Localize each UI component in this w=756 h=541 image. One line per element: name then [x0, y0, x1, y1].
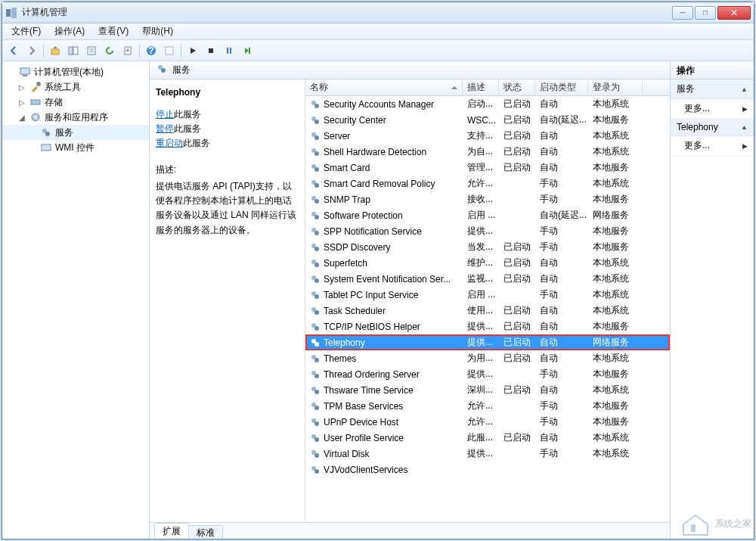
- service-row[interactable]: Telephony提供...已启动自动网络服务: [305, 334, 670, 350]
- cell-startup: 自动: [535, 272, 588, 285]
- services-title: 服务: [172, 64, 191, 76]
- properties-button[interactable]: [83, 42, 100, 59]
- svg-point-21: [34, 116, 37, 119]
- nav-tree[interactable]: 计算机管理(本地) ▷系统工具 ▷存储 ◢服务和应用程序 服务 WMI 控件: [2, 61, 150, 539]
- col-desc[interactable]: 描述: [463, 79, 499, 95]
- service-row[interactable]: VJVodClientServices: [305, 462, 670, 477]
- cell-startup: 手动: [535, 288, 588, 301]
- col-logon[interactable]: 登录为: [588, 79, 643, 95]
- up-button[interactable]: [47, 42, 64, 59]
- service-row[interactable]: SPP Notification Service提供...手动本地服务: [305, 223, 670, 239]
- cell-name: Shell Hardware Detection: [305, 147, 463, 157]
- toolbar-icon[interactable]: [161, 42, 178, 59]
- pause-link[interactable]: 暂停: [156, 123, 174, 134]
- service-row[interactable]: Software Protection启用 ...自动(延迟...网络服务: [305, 207, 670, 223]
- tab-extended[interactable]: 扩展: [154, 523, 189, 539]
- svg-rect-17: [23, 75, 27, 76]
- back-button[interactable]: [5, 42, 22, 59]
- svg-rect-19: [31, 100, 40, 104]
- titlebar[interactable]: 计算机管理 ─ □ ✕: [2, 2, 754, 23]
- show-hide-tree-button[interactable]: [65, 42, 82, 59]
- help-button[interactable]: ?: [143, 42, 160, 59]
- tree-system-tools[interactable]: ▷系统工具: [2, 79, 149, 95]
- service-row[interactable]: Smart Card Removal Policy允许...手动本地系统: [305, 176, 670, 191]
- menu-action[interactable]: 操作(A): [48, 23, 91, 39]
- toolbar: ?: [2, 40, 754, 61]
- service-row[interactable]: Thread Ordering Server提供...手动本地服务: [305, 366, 670, 382]
- service-row[interactable]: Security Accounts Manager启动...已启动自动本地系统: [305, 96, 670, 112]
- start-service-button[interactable]: [184, 42, 201, 59]
- cell-name: SNMP Trap: [305, 194, 463, 205]
- svg-point-54: [314, 310, 319, 315]
- service-row[interactable]: Thsware Time Service深圳...已启动自动本地系统: [305, 382, 670, 398]
- service-row[interactable]: Themes为用...已启动自动本地系统: [305, 350, 670, 366]
- tree-services[interactable]: 服务: [2, 125, 149, 140]
- stop-service-button[interactable]: [203, 42, 219, 59]
- menu-view[interactable]: 查看(V): [92, 23, 135, 39]
- export-button[interactable]: [119, 42, 136, 59]
- tree-storage[interactable]: ▷存储: [2, 95, 149, 110]
- service-row[interactable]: Server支持...已启动自动本地系统: [305, 128, 670, 144]
- cell-name: TCP/IP NetBIOS Helper: [305, 322, 463, 332]
- service-row[interactable]: TPM Base Services允许...手动本地服务: [305, 398, 670, 414]
- svg-rect-75: [691, 524, 696, 532]
- menu-file[interactable]: 文件(F): [5, 23, 47, 39]
- col-status[interactable]: 状态: [499, 79, 535, 95]
- tab-standard[interactable]: 标准: [188, 525, 223, 539]
- cell-name: Thread Ordering Server: [305, 369, 463, 380]
- column-headers[interactable]: 名称 描述 状态 启动类型 登录为: [305, 79, 670, 96]
- actions-more-1[interactable]: 更多...▶: [671, 99, 754, 119]
- col-name[interactable]: 名称: [305, 79, 463, 95]
- service-row[interactable]: Virtual Disk提供...手动本地系统: [305, 446, 670, 462]
- services-icon: [40, 126, 52, 138]
- svg-rect-1: [11, 8, 17, 18]
- cell-logon: 本地服务: [588, 415, 643, 428]
- detail-title: Telephony: [156, 87, 299, 98]
- forward-button[interactable]: [23, 42, 40, 59]
- svg-point-30: [314, 120, 319, 124]
- service-row[interactable]: UPnP Device Host允许...手动本地服务: [305, 414, 670, 430]
- tree-services-apps[interactable]: ◢服务和应用程序: [2, 110, 149, 125]
- service-row[interactable]: SSDP Discovery当发...已启动手动本地服务: [305, 239, 670, 255]
- cell-desc: 维护...: [463, 257, 499, 269]
- cell-name: User Profile Service: [305, 433, 463, 443]
- refresh-button[interactable]: [101, 42, 118, 59]
- cell-desc: 启动...: [463, 98, 499, 110]
- chevron-right-icon: ▶: [742, 142, 748, 150]
- service-row[interactable]: System Event Notification Ser...监视...已启动…: [305, 271, 670, 287]
- minimize-button[interactable]: ─: [672, 6, 693, 20]
- actions-panel: 操作 服务▲ 更多...▶ Telephony▲ 更多...▶: [671, 61, 754, 539]
- service-row[interactable]: Task Scheduler使用...已启动自动本地系统: [305, 303, 670, 319]
- cell-desc: 接收...: [463, 193, 499, 206]
- pause-service-button[interactable]: [221, 42, 237, 59]
- close-button[interactable]: ✕: [717, 6, 751, 20]
- service-row[interactable]: SNMP Trap接收...手动本地服务: [305, 191, 670, 207]
- cell-logon: 本地系统: [588, 129, 643, 142]
- actions-section-telephony[interactable]: Telephony▲: [671, 119, 754, 136]
- menu-help[interactable]: 帮助(H): [136, 23, 179, 39]
- service-row[interactable]: Shell Hardware Detection为自...已启动自动本地系统: [305, 144, 670, 160]
- service-row[interactable]: TCP/IP NetBIOS Helper提供...已启动自动本地服务: [305, 319, 670, 334]
- service-row[interactable]: User Profile Service此服...已启动自动本地系统: [305, 430, 670, 446]
- service-row[interactable]: Superfetch维护...已启动自动本地系统: [305, 255, 670, 271]
- cell-name: Superfetch: [305, 258, 463, 269]
- service-row[interactable]: Tablet PC Input Service启用 ...手动本地系统: [305, 287, 670, 303]
- restart-link[interactable]: 重启动: [156, 138, 183, 148]
- actions-more-2[interactable]: 更多...▶: [671, 136, 754, 156]
- service-list[interactable]: Security Accounts Manager启动...已启动自动本地系统S…: [305, 96, 670, 522]
- service-row[interactable]: Security CenterWSC...已启动自动(延迟...本地服务: [305, 112, 670, 128]
- service-row[interactable]: Smart Card管理...已启动自动本地服务: [305, 160, 670, 176]
- cell-name: UPnP Device Host: [305, 417, 463, 428]
- actions-section-services[interactable]: 服务▲: [671, 79, 754, 99]
- tree-root[interactable]: 计算机管理(本地): [2, 64, 149, 79]
- stop-link[interactable]: 停止: [156, 109, 174, 120]
- col-startup[interactable]: 启动类型: [535, 79, 588, 95]
- svg-point-26: [161, 68, 166, 73]
- tree-wmi[interactable]: WMI 控件: [2, 140, 149, 155]
- maximize-button[interactable]: □: [695, 6, 716, 20]
- cell-status: 已启动: [499, 352, 535, 365]
- svg-rect-11: [166, 47, 173, 54]
- watermark: 系统之家: [680, 511, 751, 536]
- restart-service-button[interactable]: [239, 42, 256, 59]
- svg-point-60: [314, 358, 319, 362]
